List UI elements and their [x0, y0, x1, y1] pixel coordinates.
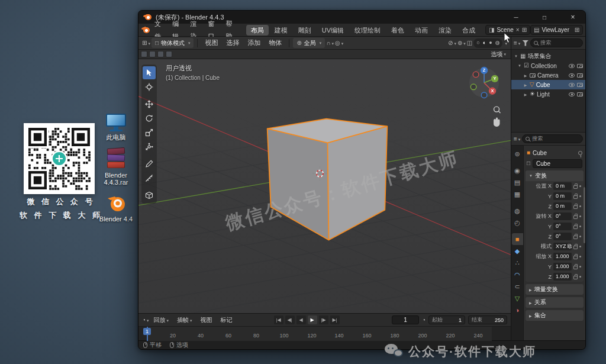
workspace-tab-animation[interactable]: 动画 [410, 25, 433, 36]
shading-rendered-icon[interactable]: ◍ [495, 40, 500, 46]
prop-value-field[interactable]: 1.000 [553, 253, 572, 260]
tool-annotate[interactable] [143, 157, 156, 170]
object-menu[interactable]: 物体 [265, 37, 285, 49]
tab-render[interactable]: ◉ [512, 165, 523, 176]
rotation-mode-dropdown[interactable]: XYZ 欧拉 [553, 243, 572, 250]
prop-value-field[interactable]: 0° [553, 223, 572, 230]
marker-menu[interactable]: 标记 [217, 314, 236, 326]
tool-preview-icon[interactable] [166, 51, 172, 57]
animate-dot-icon[interactable] [579, 236, 581, 237]
playback-menu[interactable]: 回放 [150, 314, 173, 327]
render-visibility-icon[interactable] [577, 73, 583, 78]
animate-dot-icon[interactable] [579, 266, 581, 268]
tool-rotate[interactable] [143, 112, 156, 125]
maximize-button[interactable]: □ [532, 11, 557, 24]
tab-material[interactable]: ◑ [512, 304, 523, 316]
workspace-tab-uv[interactable]: UV编辑 [317, 25, 349, 36]
disclosure-icon[interactable]: ▼ [514, 54, 518, 58]
lock-icon[interactable] [573, 215, 578, 219]
prop-value-field[interactable]: 0 m [553, 202, 572, 210]
outliner-search[interactable]: 搜索 [530, 38, 583, 47]
jump-start-button[interactable]: |◀ [274, 315, 283, 324]
viewport-canvas[interactable]: Z Y X [138, 59, 511, 313]
prop-value-field[interactable]: 0 m [553, 192, 572, 200]
new-scene-icon[interactable]: ⊞ [522, 27, 527, 33]
animate-dot-icon[interactable] [579, 276, 581, 278]
tab-object[interactable]: ■ [512, 233, 523, 245]
tab-particles[interactable]: ∴ [512, 257, 523, 269]
current-frame-field[interactable]: 1 [392, 315, 419, 324]
workspace-tab-rendering[interactable]: 渲染 [434, 25, 456, 36]
section-header[interactable]: ▶关系 [526, 297, 584, 308]
lock-icon[interactable] [573, 276, 578, 279]
frame-end-field[interactable]: 结束 250 [468, 315, 507, 324]
prop-value-field[interactable]: 1.000 [553, 263, 572, 270]
prev-keyframe-button[interactable]: ◀| [285, 315, 295, 324]
play-button[interactable]: ▶ [308, 315, 317, 324]
tab-viewlayer[interactable]: ▦ [512, 188, 523, 200]
tool-add-cube[interactable] [143, 189, 156, 202]
disclosure-icon[interactable]: ▶ [523, 92, 528, 96]
lock-icon[interactable] [573, 256, 578, 259]
outliner-row-light[interactable]: ▶ ☀ Light [511, 89, 585, 99]
tool-select-box[interactable] [143, 66, 156, 79]
animate-dot-icon[interactable] [579, 195, 581, 197]
animate-dot-icon[interactable] [579, 256, 581, 257]
section-header[interactable]: ▶集合 [526, 310, 584, 321]
prop-value-field[interactable]: 0° [553, 233, 572, 240]
mode-selector[interactable]: □物体模式 [152, 38, 194, 48]
tool-preview-icon[interactable] [149, 51, 156, 57]
timeline-ruler[interactable]: 20 40 60 80 100 120 140 160 180 200 220 … [138, 326, 511, 340]
current-frame-marker[interactable]: 1 [143, 328, 151, 335]
tab-constraints[interactable]: ⊂ [512, 281, 523, 292]
lock-icon[interactable] [573, 205, 578, 209]
section-header[interactable]: ▶增量变换 [526, 284, 584, 295]
lock-icon[interactable] [573, 185, 578, 189]
workspace-tab-sculpting[interactable]: 雕刻 [294, 25, 316, 36]
tab-tool[interactable]: ⊚ [512, 148, 523, 160]
shading-dropdown-icon[interactable] [504, 40, 507, 46]
disclosure-icon[interactable]: ▼ [517, 64, 522, 67]
desktop-icon-this-pc[interactable]: 此电脑 [97, 114, 135, 141]
outliner-row-collection[interactable]: ▼ ☑ Collection [511, 61, 585, 70]
tab-physics[interactable]: ◠ [512, 269, 523, 281]
prop-value-field[interactable]: 1.000 [553, 273, 572, 281]
next-keyframe-button[interactable]: |▶ [319, 315, 328, 324]
select-menu[interactable]: 选择 [223, 37, 243, 49]
scrollbar[interactable] [584, 187, 585, 243]
tab-scene[interactable]: ◍ [512, 205, 523, 217]
render-visibility-icon[interactable] [577, 92, 583, 96]
lock-icon[interactable] [573, 236, 578, 239]
workspace-tab-modeling[interactable]: 建模 [270, 25, 292, 36]
view-menu[interactable]: 视图 [201, 37, 221, 49]
workspace-tab-compositing[interactable]: 合成 [457, 25, 480, 36]
prop-value-field[interactable]: 0 m [553, 182, 572, 190]
tool-measure[interactable] [143, 172, 156, 185]
animate-dot-icon[interactable] [579, 205, 581, 207]
hide-eye-icon[interactable] [569, 92, 575, 96]
hide-eye-icon[interactable] [569, 83, 575, 87]
tab-output[interactable]: ▤ [512, 176, 523, 188]
lock-icon[interactable] [573, 195, 578, 199]
checkbox-icon[interactable]: ☑ [524, 63, 529, 69]
timeline-view-menu[interactable]: 视图 [197, 314, 216, 326]
overlays-icon[interactable]: ⊚ [457, 40, 466, 46]
editor-type-icon[interactable]: ⊞ [142, 40, 150, 46]
animate-dot-icon[interactable] [579, 246, 581, 247]
transform-section-header[interactable]: ▼ 变换 [526, 170, 584, 181]
tab-world[interactable]: ◴ [512, 217, 523, 228]
options-button[interactable]: 选项 [488, 50, 508, 59]
render-visibility-icon[interactable] [577, 83, 583, 87]
snap-magnet-icon[interactable]: ∩ [326, 40, 334, 46]
properties-search[interactable]: 搜索 [522, 134, 583, 143]
workspace-tab-texpaint[interactable]: 纹理绘制 [350, 25, 385, 36]
shading-material-icon[interactable]: ● [489, 40, 492, 46]
tool-scale[interactable] [143, 126, 156, 139]
tool-preview-icon[interactable] [157, 51, 164, 57]
animate-dot-icon[interactable] [579, 185, 581, 187]
timeline-editor-icon[interactable]: ◔ [142, 317, 149, 323]
shading-wireframe-icon[interactable]: ○ [476, 40, 479, 46]
tool-preview-icon[interactable] [141, 51, 147, 57]
jump-end-button[interactable]: ▶| [330, 315, 340, 324]
frame-start-field[interactable]: 起始 1 [428, 315, 465, 324]
